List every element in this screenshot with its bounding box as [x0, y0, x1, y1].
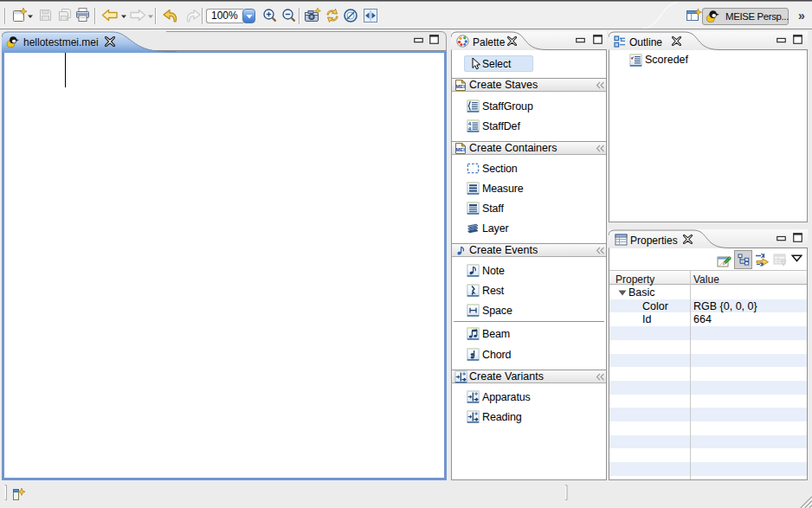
svg-text:MEI: MEI	[456, 147, 466, 152]
svg-text:MEI: MEI	[456, 84, 466, 89]
